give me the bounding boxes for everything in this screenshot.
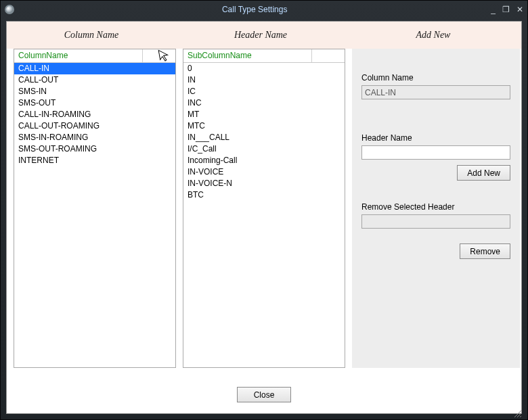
remove-button[interactable]: Remove [460, 243, 510, 259]
column-name-row[interactable]: SMS-IN [14, 86, 175, 97]
subcolumn-name-row[interactable]: IC [183, 86, 345, 97]
header-name-label: Header Name [361, 133, 510, 143]
close-icon[interactable]: ✕ [516, 5, 523, 14]
subcolumn-name-row[interactable]: Incoming-Call [183, 155, 345, 166]
column-name-grid-header: ColumnName [14, 49, 175, 63]
minimize-icon[interactable]: _ [491, 5, 496, 14]
subcolumnname-header-cell[interactable]: SubColumnName [183, 49, 312, 62]
footer: Close [7, 387, 521, 402]
add-new-button[interactable]: Add New [457, 165, 510, 181]
remove-selected-field [361, 214, 510, 229]
subcolumn-name-row[interactable]: MTC [183, 120, 345, 132]
section-header-column-name: Column Name [7, 30, 176, 41]
grid-header-spacer [312, 49, 345, 62]
header-name-field[interactable] [361, 145, 510, 160]
client-area: Column Name Header Name Add New ColumnNa… [6, 21, 522, 414]
column-name-row[interactable]: SMS-OUT [14, 97, 175, 109]
subcolumn-name-row[interactable]: IN___CALL [183, 132, 345, 143]
column-name-label: Column Name [361, 73, 510, 83]
subcolumn-name-grid-header: SubColumnName [183, 49, 345, 63]
columnname-header-cell[interactable]: ColumnName [14, 49, 143, 62]
maximize-icon[interactable]: ❐ [502, 5, 510, 14]
column-name-row[interactable]: SMS-IN-ROAMING [14, 132, 175, 143]
subcolumn-name-row[interactable]: IN-VOICE [183, 166, 345, 178]
titlebar[interactable]: Call Type Settings _ ❐ ✕ [1, 1, 527, 18]
section-header-add-new: Add New [345, 30, 521, 41]
column-name-row[interactable]: CALL-IN [14, 63, 175, 74]
app-icon [5, 5, 14, 14]
section-header-header-name: Header Name [176, 30, 345, 41]
window-frame: Call Type Settings _ ❐ ✕ Column Name Hea… [0, 0, 528, 420]
column-name-row[interactable]: CALL-OUT [14, 74, 175, 86]
column-name-grid[interactable]: ColumnName CALL-INCALL-OUTSMS-INSMS-OUTC… [14, 49, 176, 368]
remove-selected-header-label: Remove Selected Header [361, 202, 510, 212]
subcolumn-name-row[interactable]: MT [183, 109, 345, 120]
add-new-panel: Column Name Header Name Add New Remove S… [352, 49, 520, 368]
column-name-row[interactable]: SMS-OUT-ROAMING [14, 143, 175, 155]
section-headers: Column Name Header Name Add New [7, 22, 521, 49]
subcolumn-name-row[interactable]: I/C_Call [183, 143, 345, 155]
grid-header-spacer [143, 49, 175, 62]
subcolumn-name-row[interactable]: 0 [183, 63, 345, 74]
window-title: Call Type Settings [222, 5, 288, 14]
column-name-row[interactable]: CALL-IN-ROAMING [14, 109, 175, 120]
column-name-row[interactable]: CALL-OUT-ROAMING [14, 120, 175, 132]
subcolumn-name-row[interactable]: BTC [183, 189, 345, 201]
svg-line-2 [520, 416, 521, 417]
subcolumn-name-row[interactable]: INC [183, 97, 345, 109]
subcolumn-name-row[interactable]: IN-VOICE-N [183, 178, 345, 189]
column-name-row[interactable]: INTERNET [14, 155, 175, 166]
close-button[interactable]: Close [237, 387, 291, 402]
subcolumn-name-grid[interactable]: SubColumnName 0INICINCMTMTCIN___CALLI/C_… [183, 49, 345, 368]
column-name-field [361, 85, 510, 99]
subcolumn-name-row[interactable]: IN [183, 74, 345, 86]
